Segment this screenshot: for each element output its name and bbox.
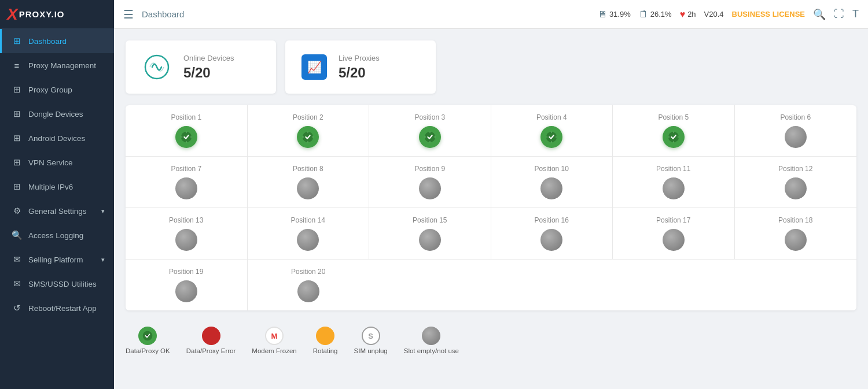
position-cell-14[interactable]: Position 14 [248,208,370,259]
nav-label-android-devices: Android Devices [28,134,85,143]
position-label-15: Position 15 [413,216,447,224]
status-dot-11 [663,177,685,199]
nav-label-sms-ussd: SMS/USSD Utilities [28,280,97,288]
sidebar-logo: X PROXY.IO [0,0,114,29]
status-dot-14 [297,229,319,251]
version-label: V20.4 [704,10,724,18]
sidebar-item-reboot-restart[interactable]: ↺ Reboot/Restart App [0,296,114,320]
position-cell-15[interactable]: Position 15 [369,208,491,259]
legend-item-modem-frozen: M Modem Frozen [252,327,296,354]
position-label-17: Position 17 [656,216,690,224]
heart-icon: ♥ [680,9,686,20]
live-proxies-icon: 📈 [301,54,327,80]
position-cell-2[interactable]: Position 2 [248,105,370,156]
status-dot-18 [785,229,807,251]
nav-icon-android-devices: ⊞ [11,132,23,144]
position-cell-8[interactable]: Position 8 [248,157,370,208]
menu-icon[interactable]: ☰ [123,8,134,21]
cpu-value: 31.9% [609,10,631,18]
sidebar-item-vpn-service[interactable]: ⊞ VPN Service [0,150,114,175]
live-proxies-card: 📈 Live Proxies 5/20 [285,40,436,94]
legend-item-sim-unplug: S SIM unplug [354,327,388,354]
nav-icon-access-logging: 🔍 [11,229,23,241]
live-proxies-value: 5/20 [339,65,380,81]
sidebar-nav: ⊞ Dashboard ≡ Proxy Management ⊞ Proxy G… [0,29,114,389]
position-label-14: Position 14 [291,216,325,224]
position-label-12: Position 12 [778,165,812,173]
main-wrapper: ☰ Dashboard 🖥 31.9% 🗒 26.1% ♥ 2h V20.4 B… [114,0,868,389]
status-dot-17 [663,229,685,251]
position-cell-5[interactable]: Position 5 [613,105,735,156]
positions-grid: Position 1 Position 2 Position 3 Positio… [126,105,856,310]
legend-label-sim-unplug: SIM unplug [354,347,388,354]
position-cell-12[interactable]: Position 12 [735,157,857,208]
legend-dot-modem-frozen: M [265,327,284,345]
grid-row-3: Position 19 Position 20 [126,260,856,310]
logo-x: X [7,5,18,24]
legend: Data/Proxy OK Data/Proxy Error M Modem F… [126,322,856,357]
position-cell-4[interactable]: Position 4 [491,105,613,156]
position-label-11: Position 11 [656,165,690,173]
nav-icon-reboot-restart: ↺ [11,302,23,314]
nav-label-proxy-group: Proxy Group [28,86,72,94]
position-cell-10[interactable]: Position 10 [491,157,613,208]
sidebar-item-proxy-group[interactable]: ⊞ Proxy Group [0,77,114,102]
ram-stat: 🗒 26.1% [639,9,672,20]
font-icon[interactable]: T [852,8,859,20]
legend-label-modem-frozen: Modem Frozen [252,347,296,354]
nav-icon-proxy-group: ⊞ [11,84,23,95]
position-cell-11[interactable]: Position 11 [613,157,735,208]
position-label-16: Position 16 [535,216,569,224]
logo-text: PROXY.IO [19,9,65,19]
live-proxies-label: Live Proxies [339,54,380,62]
position-label-19: Position 19 [169,268,203,276]
chevron-icon: ▾ [101,256,105,264]
svg-point-4 [546,132,557,142]
position-label-18: Position 18 [778,216,812,224]
sidebar-item-multiple-ipv6[interactable]: ⊞ Multiple IPv6 [0,175,114,199]
position-cell-9[interactable]: Position 9 [369,157,491,208]
nav-icon-sms-ussd: ✉ [11,278,23,290]
nav-label-vpn-service: VPN Service [28,158,73,167]
sidebar-item-general-settings[interactable]: ⚙ General Settings ▾ [0,199,114,223]
position-cell-3[interactable]: Position 3 [369,105,491,156]
position-cell-20[interactable]: Position 20 [248,260,370,310]
sidebar-item-android-devices[interactable]: ⊞ Android Devices [0,126,114,150]
sidebar-item-dashboard[interactable]: ⊞ Dashboard [0,29,114,53]
svg-point-2 [303,132,313,142]
legend-label-slot-empty: Slot empty/not use [404,347,459,354]
nav-label-dashboard: Dashboard [28,37,67,46]
cpu-icon: 🖥 [598,9,607,20]
position-cell-1[interactable]: Position 1 [126,105,248,156]
status-green-dot [297,126,319,148]
position-cell-17[interactable]: Position 17 [613,208,735,259]
position-cell-19[interactable]: Position 19 [126,260,248,310]
fullscreen-icon[interactable]: ⛶ [834,8,844,20]
sidebar-item-selling-platform[interactable]: ✉ Selling Platform ▾ [0,247,114,272]
online-devices-value: 5/20 [183,65,234,81]
search-icon[interactable]: 🔍 [813,8,826,21]
position-label-10: Position 10 [535,165,569,173]
position-label-6: Position 6 [780,113,811,121]
sidebar-item-dongle-devices[interactable]: ⊞ Dongle Devices [0,102,114,126]
legend-label-data-proxy-ok: Data/Proxy OK [126,347,170,354]
status-dot-20 [297,280,319,302]
sidebar-item-access-logging[interactable]: 🔍 Access Logging [0,223,114,247]
position-cell-6[interactable]: Position 6 [735,105,857,156]
status-dot-12 [785,177,807,199]
grid-row-1: Position 7 Position 8 Position 9 Positio… [126,157,856,208]
svg-point-5 [668,132,679,142]
svg-point-1 [181,132,192,142]
position-cell-18[interactable]: Position 18 [735,208,857,259]
status-dot-9 [419,177,441,199]
online-devices-icon [142,52,172,82]
status-dot-6 [785,126,807,148]
position-cell-16[interactable]: Position 16 [491,208,613,259]
position-cell-7[interactable]: Position 7 [126,157,248,208]
position-cell-13[interactable]: Position 13 [126,208,248,259]
sidebar-item-sms-ussd[interactable]: ✉ SMS/USSD Utilities [0,272,114,296]
status-dot-3 [419,126,441,148]
sidebar-item-proxy-management[interactable]: ≡ Proxy Management [0,53,114,77]
uptime-stat: ♥ 2h [680,9,696,20]
license-label: BUSINESS LICENSE [732,10,805,18]
